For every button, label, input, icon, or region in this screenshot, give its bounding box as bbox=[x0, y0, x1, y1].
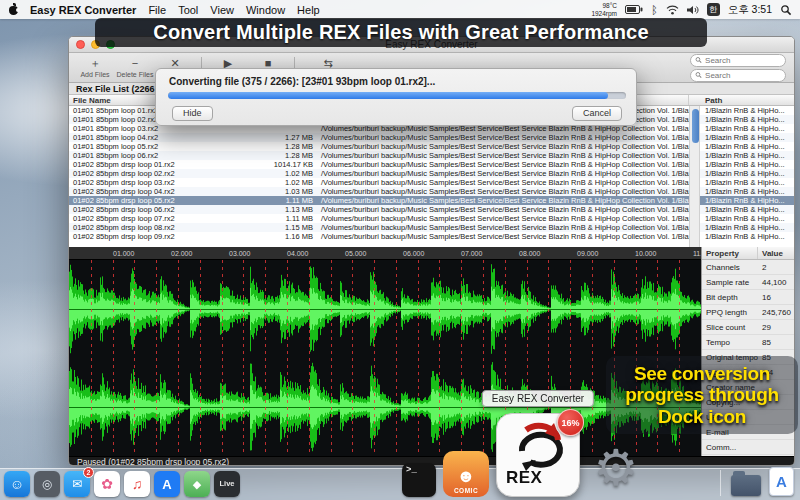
list-filter-field[interactable] bbox=[690, 69, 786, 82]
file-path-cell: /Volumes/buriburi backup/Music Samples/B… bbox=[317, 133, 689, 142]
dock-tooltip: Easy REX Converter bbox=[482, 390, 594, 407]
table-row[interactable]: 01#02 85bpm drsp loop 07.rx21.11 MB/Volu… bbox=[69, 214, 795, 223]
status-text: Paused (01#02 85bpm drsp loop 05.rx2) bbox=[77, 457, 229, 466]
ruler-tick: 03.000 bbox=[229, 250, 250, 257]
menu-help[interactable]: Help bbox=[297, 4, 320, 16]
ruler-tick: 11.000 bbox=[693, 250, 701, 257]
file-size-cell: 1.11 MB bbox=[255, 196, 317, 205]
mail-badge: 2 bbox=[83, 467, 94, 478]
app-store-letter: A bbox=[162, 478, 171, 491]
spotlight-icon[interactable] bbox=[780, 4, 792, 16]
search-input[interactable] bbox=[705, 56, 781, 65]
table-row[interactable]: 01#01 85bpm loop 04.rx21.27 MB/Volumes/b… bbox=[69, 133, 795, 142]
property-row: Sample rate44,100 bbox=[702, 275, 795, 290]
ruler-tick: 07.000 bbox=[461, 250, 482, 257]
menu-file[interactable]: File bbox=[148, 4, 166, 16]
property-value: 16 bbox=[758, 293, 795, 302]
rex-label: REX bbox=[506, 468, 542, 488]
toolbar-search-field[interactable] bbox=[690, 54, 786, 67]
comic-app-icon[interactable]: ☻ COMIC bbox=[443, 451, 489, 497]
menu-window[interactable]: Window bbox=[246, 4, 285, 16]
table-row[interactable]: 01#02 85bpm drsp loop 02.rx21.02 MB/Volu… bbox=[69, 169, 795, 178]
cancel-button[interactable]: Cancel bbox=[572, 106, 622, 121]
flower-icon: ✿ bbox=[101, 477, 113, 491]
file-name-cell: 01#02 85bpm drsp loop 01.rx2 bbox=[69, 160, 255, 169]
dashboard-icon[interactable]: ◎ bbox=[34, 471, 60, 497]
delete-files-button[interactable]: − Delete Files bbox=[115, 54, 155, 82]
file-size-cell: 1.16 MB bbox=[255, 232, 317, 241]
system-preferences-icon[interactable]: ⚙ bbox=[587, 439, 645, 497]
timeline-ruler: 01.00002.00003.00004.00005.00006.00007.0… bbox=[69, 247, 701, 260]
table-row[interactable]: 01#01 85bpm loop 05.rx21.28 MB/Volumes/b… bbox=[69, 142, 795, 151]
column-header[interactable]: Path bbox=[701, 95, 795, 105]
file-path-tail-cell: 1/Blazin RnB & HipHo... bbox=[701, 187, 795, 196]
property-value: 245,760 bbox=[758, 308, 795, 317]
table-row[interactable]: 01#01 85bpm loop 06.rx21.28 MB/Volumes/b… bbox=[69, 151, 795, 160]
file-path-tail-cell: 1/Blazin RnB & HipHo... bbox=[701, 142, 795, 151]
file-size-cell: 1.27 MB bbox=[255, 133, 317, 142]
apple-menu-icon[interactable] bbox=[8, 4, 20, 16]
menu-clock[interactable]: 오후 3:51 bbox=[728, 3, 772, 17]
app-store-icon[interactable]: A bbox=[154, 471, 180, 497]
downloads-folder-icon[interactable] bbox=[731, 475, 761, 496]
scrollbar-thumb[interactable] bbox=[692, 109, 699, 143]
file-size-cell: 1.13 MB bbox=[255, 205, 317, 214]
wifi-icon[interactable] bbox=[666, 5, 679, 15]
annotation-callout: See conversionprogress throughDock icon bbox=[606, 356, 798, 434]
file-name-cell: 01#02 85bpm drsp loop 07.rx2 bbox=[69, 214, 255, 223]
input-source-indicator[interactable]: 한 bbox=[707, 3, 720, 16]
table-row[interactable]: 01#02 85bpm drsp loop 08.rx21.15 MB/Volu… bbox=[69, 223, 795, 232]
table-scrollbar[interactable] bbox=[689, 106, 700, 247]
music-icon[interactable]: ♫ bbox=[124, 471, 150, 497]
file-name-cell: 01#02 85bpm drsp loop 08.rx2 bbox=[69, 223, 255, 232]
bluetooth-icon[interactable]: ᛒ bbox=[651, 4, 658, 16]
property-value: 2 bbox=[758, 263, 795, 272]
ruler-tick: 10.000 bbox=[635, 250, 656, 257]
file-path-tail-cell: 1/Blazin RnB & HipHo... bbox=[701, 196, 795, 205]
desktop: { "menu_bar": { "app_name": "Easy REX Co… bbox=[0, 0, 800, 500]
finder-icon[interactable]: ☺ bbox=[4, 471, 30, 497]
easy-rex-converter-dock-icon[interactable]: Easy REX Converter REX 16% bbox=[496, 413, 580, 497]
file-size-cell: 1.11 MB bbox=[255, 214, 317, 223]
file-name-cell: 01#02 85bpm drsp loop 06.rx2 bbox=[69, 205, 255, 214]
maps-glyph-icon: ◆ bbox=[193, 479, 201, 490]
ruler-tick: 02.000 bbox=[171, 250, 192, 257]
mail-icon[interactable]: ✉ 2 bbox=[64, 471, 90, 497]
app-menu-title[interactable]: Easy REX Converter bbox=[30, 4, 136, 16]
table-row[interactable]: 01#02 85bpm drsp loop 01.rx21014.17 KB/V… bbox=[69, 160, 795, 169]
filter-input[interactable] bbox=[705, 71, 781, 80]
comic-label: COMIC bbox=[454, 487, 478, 494]
file-size-cell: 1.02 MB bbox=[255, 169, 317, 178]
menu-tool[interactable]: Tool bbox=[178, 4, 198, 16]
table-row[interactable]: 01#02 85bpm drsp loop 09.rx21.16 MB/Volu… bbox=[69, 232, 795, 241]
menu-view[interactable]: View bbox=[210, 4, 234, 16]
file-path-cell: /Volumes/buriburi backup/Music Samples/B… bbox=[317, 214, 689, 223]
dock-separator bbox=[720, 470, 721, 496]
table-row[interactable]: 01#02 85bpm drsp loop 05.rx21.11 MB/Volu… bbox=[69, 196, 795, 205]
text-document-icon[interactable]: A bbox=[769, 467, 794, 496]
property-name: Comm... bbox=[702, 443, 758, 452]
volume-icon[interactable] bbox=[687, 5, 699, 15]
hide-button[interactable]: Hide bbox=[172, 106, 213, 121]
file-path-cell: /Volumes/buriburi backup/Music Samples/B… bbox=[317, 178, 689, 187]
property-row: Tempo85 bbox=[702, 335, 795, 350]
rex-app-icon[interactable]: REX 16% bbox=[496, 413, 580, 497]
file-path-tail-cell: 1/Blazin RnB & HipHo... bbox=[701, 178, 795, 187]
terminal-icon[interactable]: >_ bbox=[402, 463, 436, 497]
property-row: Slice count29 bbox=[702, 320, 795, 335]
file-path-cell: /Volumes/buriburi backup/Music Samples/B… bbox=[317, 223, 689, 232]
table-row[interactable]: 01#02 85bpm drsp loop 03.rx21.02 MB/Volu… bbox=[69, 178, 795, 187]
ableton-live-icon[interactable]: Live bbox=[214, 471, 240, 497]
add-files-button[interactable]: ＋ Add Files bbox=[75, 54, 115, 82]
table-row[interactable]: 01#02 85bpm drsp loop 04.rx21.03 MB/Volu… bbox=[69, 187, 795, 196]
minus-icon: − bbox=[132, 57, 138, 70]
battery-icon[interactable] bbox=[625, 5, 643, 14]
file-name-cell: 01#02 85bpm drsp loop 03.rx2 bbox=[69, 178, 255, 187]
file-path-cell: /Volumes/buriburi backup/Music Samples/B… bbox=[317, 196, 689, 205]
property-value: 29 bbox=[758, 323, 795, 332]
maps-icon[interactable]: ◆ bbox=[184, 471, 210, 497]
table-row[interactable]: 01#02 85bpm drsp loop 06.rx21.13 MB/Volu… bbox=[69, 205, 795, 214]
photos-icon[interactable]: ✿ bbox=[94, 471, 120, 497]
file-path-tail-cell: 1/Blazin RnB & HipHo... bbox=[701, 223, 795, 232]
dock: ☺ ◎ ✉ 2 ✿ ♫ A ◆ Live >_ ☻ COMIC Easy REX… bbox=[0, 468, 800, 500]
